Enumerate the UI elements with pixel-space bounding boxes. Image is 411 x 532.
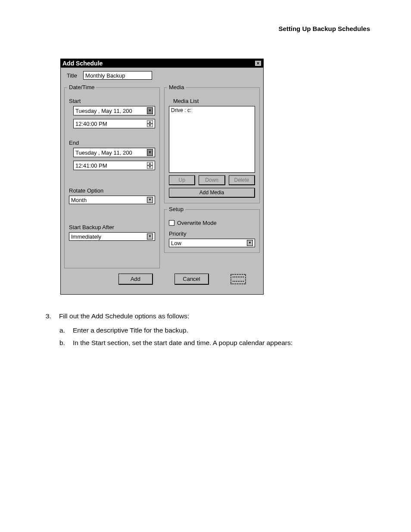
priority-value: Low [171,240,181,246]
dialog-button-row: Add Cancel [64,268,260,291]
start-label: Start [69,98,155,104]
close-icon[interactable]: × [255,60,262,66]
media-list-item[interactable]: Drive : c: [171,107,253,113]
up-button[interactable]: Up [169,175,195,185]
setup-legend: Setup [167,206,185,212]
rotate-combo[interactable]: Month ▼ [69,196,155,204]
priority-combo[interactable]: Low ▼ [169,239,255,247]
step-number: 3. [46,310,51,322]
keyboard-icon [230,274,246,284]
start-time-value: 12:40:00 PM [75,121,107,127]
dropdown-arrow-icon[interactable]: ▼ [147,149,153,156]
end-label: End [69,140,155,146]
datetime-legend: Date/Time [67,84,96,90]
priority-label: Priority [169,230,255,237]
overwrite-label: Overwrite Mode [177,220,217,226]
add-button[interactable]: Add [118,274,153,285]
dropdown-arrow-icon[interactable]: ▼ [147,107,153,114]
end-date-value: Tuesday , May 11, 200 [75,149,132,156]
dialog-title: Add Schedule [62,60,103,67]
page-header: Setting Up Backup Schedules [278,25,370,32]
instructions: 3. Fill out the Add Schedule options as … [46,310,373,348]
overwrite-checkbox[interactable]: Overwrite Mode [169,220,255,226]
media-fieldset: Media Media List Drive : c: Up Down Dele… [164,87,260,203]
datetime-fieldset: Date/Time Start Tuesday , May 11, 200 ▼ … [64,87,160,268]
dropdown-arrow-icon[interactable]: ▼ [147,197,153,203]
dialog-titlebar: Add Schedule × [61,59,263,68]
start-time-input[interactable]: 12:40:00 PM ▲▼ [73,119,155,128]
substep-a-num: a. [59,324,65,336]
add-schedule-dialog: Add Schedule × Title Monthly Backup Date… [60,59,264,295]
cancel-button[interactable]: Cancel [174,274,209,285]
dropdown-arrow-icon[interactable]: ▼ [247,240,253,246]
start-after-combo[interactable]: Immediately ▼ [69,232,155,241]
end-time-value: 12:41:00 PM [75,162,107,169]
down-button[interactable]: Down [199,175,225,185]
setup-fieldset: Setup Overwrite Mode Priority Low ▼ [164,209,260,253]
end-time-input[interactable]: 12:41:00 PM ▲▼ [73,161,155,170]
add-media-button[interactable]: Add Media [169,188,255,198]
rotate-label: Rotate Option [69,187,155,194]
dialog-body: Title Monthly Backup Date/Time Start Tue… [61,68,263,294]
spinner-icon[interactable]: ▲▼ [147,162,153,169]
title-input[interactable]: Monthly Backup [83,71,152,80]
title-row: Title Monthly Backup [64,71,260,80]
spinner-icon[interactable]: ▲▼ [147,120,153,127]
substep-a-text: Enter a descriptive Title for the backup… [73,324,188,336]
media-list-label: Media List [173,98,255,104]
start-date-value: Tuesday , May 11, 200 [75,108,132,114]
step-text: Fill out the Add Schedule options as fol… [59,310,189,322]
end-date-input[interactable]: Tuesday , May 11, 200 ▼ [73,148,155,157]
start-after-label: Start Backup After [69,224,155,230]
rotate-value: Month [71,197,87,203]
media-listbox[interactable]: Drive : c: [169,106,255,173]
media-legend: Media [167,84,186,90]
title-label: Title [67,72,77,79]
checkbox-icon[interactable] [169,220,174,226]
dropdown-arrow-icon[interactable]: ▼ [147,233,153,240]
start-after-value: Immediately [71,233,101,240]
delete-button[interactable]: Delete [229,175,255,185]
substep-b-num: b. [59,337,65,348]
substep-b-text: In the Start section, set the start date… [73,337,293,348]
start-date-input[interactable]: Tuesday , May 11, 200 ▼ [73,106,155,115]
